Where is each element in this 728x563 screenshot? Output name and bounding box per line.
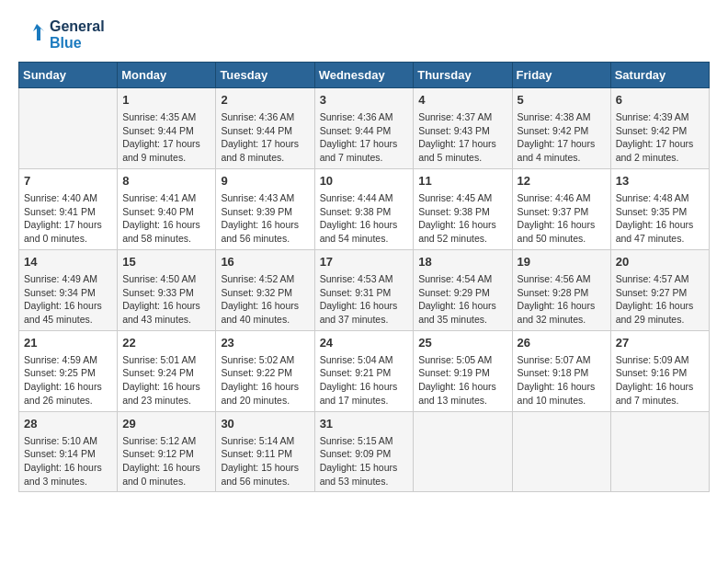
page-header: General Blue xyxy=(18,18,710,52)
day-number: 14 xyxy=(24,254,112,270)
day-number: 4 xyxy=(418,92,506,109)
day-header-friday: Friday xyxy=(512,62,610,87)
cell-content: Sunrise: 4:37 AM Sunset: 9:43 PM Dayligh… xyxy=(418,110,506,165)
calendar-cell: 24Sunrise: 5:04 AM Sunset: 9:21 PM Dayli… xyxy=(314,330,414,411)
svg-marker-0 xyxy=(33,24,44,40)
calendar-cell: 16Sunrise: 4:52 AM Sunset: 9:32 PM Dayli… xyxy=(216,249,314,330)
logo-text-block: General Blue xyxy=(18,18,105,52)
calendar-cell: 19Sunrise: 4:56 AM Sunset: 9:28 PM Dayli… xyxy=(512,249,610,330)
calendar-header-row: SundayMondayTuesdayWednesdayThursdayFrid… xyxy=(19,62,710,87)
cell-content: Sunrise: 4:52 AM Sunset: 9:32 PM Dayligh… xyxy=(221,272,309,327)
cell-content: Sunrise: 4:48 AM Sunset: 9:35 PM Dayligh… xyxy=(616,191,704,246)
day-number: 12 xyxy=(518,173,606,190)
cell-content: Sunrise: 5:12 AM Sunset: 9:12 PM Dayligh… xyxy=(122,434,210,488)
day-number: 30 xyxy=(221,416,309,432)
calendar-week-row: 14Sunrise: 4:49 AM Sunset: 9:34 PM Dayli… xyxy=(19,249,710,330)
calendar-week-row: 7Sunrise: 4:40 AM Sunset: 9:41 PM Daylig… xyxy=(19,168,710,249)
day-number: 29 xyxy=(122,416,210,432)
logo: General Blue xyxy=(18,18,105,52)
day-number: 16 xyxy=(221,254,309,270)
day-number: 26 xyxy=(518,335,606,351)
calendar-cell: 5Sunrise: 4:38 AM Sunset: 9:42 PM Daylig… xyxy=(512,87,610,168)
day-number: 22 xyxy=(122,335,210,351)
cell-content: Sunrise: 5:01 AM Sunset: 9:24 PM Dayligh… xyxy=(122,353,210,408)
cell-content: Sunrise: 4:53 AM Sunset: 9:31 PM Dayligh… xyxy=(320,272,409,327)
cell-content: Sunrise: 5:02 AM Sunset: 9:22 PM Dayligh… xyxy=(221,353,309,408)
day-number: 21 xyxy=(24,335,112,351)
calendar-cell: 6Sunrise: 4:39 AM Sunset: 9:42 PM Daylig… xyxy=(610,87,709,168)
calendar-cell: 27Sunrise: 5:09 AM Sunset: 9:16 PM Dayli… xyxy=(610,330,709,411)
cell-content: Sunrise: 5:07 AM Sunset: 9:18 PM Dayligh… xyxy=(518,353,606,408)
calendar-cell: 1Sunrise: 4:35 AM Sunset: 9:44 PM Daylig… xyxy=(118,87,216,168)
day-number: 7 xyxy=(24,173,112,190)
day-number: 11 xyxy=(418,173,506,190)
cell-content: Sunrise: 4:35 AM Sunset: 9:44 PM Dayligh… xyxy=(122,110,210,165)
day-header-thursday: Thursday xyxy=(414,62,512,87)
logo-line1: General xyxy=(50,18,105,35)
day-header-tuesday: Tuesday xyxy=(216,62,314,87)
cell-content: Sunrise: 4:50 AM Sunset: 9:33 PM Dayligh… xyxy=(122,272,210,327)
cell-content: Sunrise: 5:14 AM Sunset: 9:11 PM Dayligh… xyxy=(221,434,309,488)
calendar-cell: 14Sunrise: 4:49 AM Sunset: 9:34 PM Dayli… xyxy=(19,249,118,330)
day-header-sunday: Sunday xyxy=(19,62,118,87)
day-number: 5 xyxy=(518,92,606,109)
day-number: 2 xyxy=(221,92,309,109)
calendar-cell: 10Sunrise: 4:44 AM Sunset: 9:38 PM Dayli… xyxy=(314,168,414,249)
logo-bird-icon xyxy=(18,20,48,50)
calendar-cell: 18Sunrise: 4:54 AM Sunset: 9:29 PM Dayli… xyxy=(414,249,512,330)
cell-content: Sunrise: 4:41 AM Sunset: 9:40 PM Dayligh… xyxy=(122,191,210,246)
cell-content: Sunrise: 4:38 AM Sunset: 9:42 PM Dayligh… xyxy=(518,110,606,165)
day-number: 1 xyxy=(122,92,210,109)
cell-content: Sunrise: 4:39 AM Sunset: 9:42 PM Dayligh… xyxy=(616,110,704,165)
day-number: 15 xyxy=(122,254,210,270)
calendar-cell: 12Sunrise: 4:46 AM Sunset: 9:37 PM Dayli… xyxy=(512,168,610,249)
day-header-saturday: Saturday xyxy=(610,62,709,87)
cell-content: Sunrise: 4:57 AM Sunset: 9:27 PM Dayligh… xyxy=(616,272,704,327)
day-number: 13 xyxy=(616,173,704,190)
logo-line2: Blue xyxy=(50,35,105,52)
calendar-cell: 13Sunrise: 4:48 AM Sunset: 9:35 PM Dayli… xyxy=(610,168,709,249)
calendar-cell: 9Sunrise: 4:43 AM Sunset: 9:39 PM Daylig… xyxy=(216,168,314,249)
calendar-cell: 25Sunrise: 5:05 AM Sunset: 9:19 PM Dayli… xyxy=(414,330,512,411)
calendar-cell: 7Sunrise: 4:40 AM Sunset: 9:41 PM Daylig… xyxy=(19,168,118,249)
calendar-cell: 30Sunrise: 5:14 AM Sunset: 9:11 PM Dayli… xyxy=(216,411,314,492)
cell-content: Sunrise: 4:44 AM Sunset: 9:38 PM Dayligh… xyxy=(320,191,409,246)
day-header-monday: Monday xyxy=(118,62,216,87)
calendar-cell: 26Sunrise: 5:07 AM Sunset: 9:18 PM Dayli… xyxy=(512,330,610,411)
calendar-week-row: 21Sunrise: 4:59 AM Sunset: 9:25 PM Dayli… xyxy=(19,330,710,411)
calendar-cell xyxy=(414,411,512,492)
cell-content: Sunrise: 5:05 AM Sunset: 9:19 PM Dayligh… xyxy=(418,353,506,408)
cell-content: Sunrise: 4:43 AM Sunset: 9:39 PM Dayligh… xyxy=(221,191,309,246)
calendar-cell: 20Sunrise: 4:57 AM Sunset: 9:27 PM Dayli… xyxy=(610,249,709,330)
calendar-table: SundayMondayTuesdayWednesdayThursdayFrid… xyxy=(18,62,710,493)
day-number: 8 xyxy=(122,173,210,190)
cell-content: Sunrise: 4:59 AM Sunset: 9:25 PM Dayligh… xyxy=(24,353,112,408)
calendar-cell: 3Sunrise: 4:36 AM Sunset: 9:44 PM Daylig… xyxy=(314,87,414,168)
cell-content: Sunrise: 4:40 AM Sunset: 9:41 PM Dayligh… xyxy=(24,191,112,246)
calendar-cell: 28Sunrise: 5:10 AM Sunset: 9:14 PM Dayli… xyxy=(19,411,118,492)
cell-content: Sunrise: 5:15 AM Sunset: 9:09 PM Dayligh… xyxy=(320,434,409,488)
calendar-cell xyxy=(19,87,118,168)
calendar-cell: 22Sunrise: 5:01 AM Sunset: 9:24 PM Dayli… xyxy=(118,330,216,411)
calendar-cell: 31Sunrise: 5:15 AM Sunset: 9:09 PM Dayli… xyxy=(314,411,414,492)
calendar-week-row: 28Sunrise: 5:10 AM Sunset: 9:14 PM Dayli… xyxy=(19,411,710,492)
calendar-cell: 4Sunrise: 4:37 AM Sunset: 9:43 PM Daylig… xyxy=(414,87,512,168)
calendar-cell: 8Sunrise: 4:41 AM Sunset: 9:40 PM Daylig… xyxy=(118,168,216,249)
calendar-cell: 11Sunrise: 4:45 AM Sunset: 9:38 PM Dayli… xyxy=(414,168,512,249)
day-number: 31 xyxy=(320,416,409,432)
day-number: 9 xyxy=(221,173,309,190)
cell-content: Sunrise: 4:56 AM Sunset: 9:28 PM Dayligh… xyxy=(518,272,606,327)
calendar-cell: 17Sunrise: 4:53 AM Sunset: 9:31 PM Dayli… xyxy=(314,249,414,330)
calendar-cell: 2Sunrise: 4:36 AM Sunset: 9:44 PM Daylig… xyxy=(216,87,314,168)
calendar-week-row: 1Sunrise: 4:35 AM Sunset: 9:44 PM Daylig… xyxy=(19,87,710,168)
day-number: 17 xyxy=(320,254,409,270)
day-number: 19 xyxy=(518,254,606,270)
day-number: 24 xyxy=(320,335,409,351)
day-number: 25 xyxy=(418,335,506,351)
cell-content: Sunrise: 5:04 AM Sunset: 9:21 PM Dayligh… xyxy=(320,353,409,408)
calendar-cell xyxy=(610,411,709,492)
cell-content: Sunrise: 5:09 AM Sunset: 9:16 PM Dayligh… xyxy=(616,353,704,408)
cell-content: Sunrise: 4:46 AM Sunset: 9:37 PM Dayligh… xyxy=(518,191,606,246)
calendar-cell xyxy=(512,411,610,492)
day-number: 28 xyxy=(24,416,112,432)
